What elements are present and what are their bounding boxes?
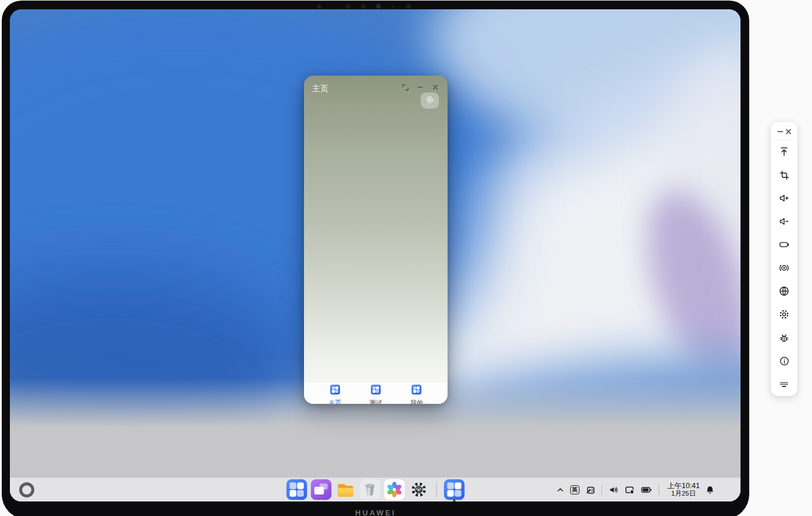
clock-time: 上午10:41: [667, 482, 700, 490]
screenshot-crop-button[interactable]: [771, 163, 797, 187]
app-grid-icon: [412, 385, 421, 397]
tray-clock[interactable]: 上午10:41 1月25日: [667, 482, 700, 497]
input-language-badge[interactable]: 英: [570, 485, 580, 494]
broadcast-button[interactable]: [771, 256, 797, 280]
dock-divider: [436, 483, 437, 497]
dock-app-grid[interactable]: [286, 479, 307, 500]
volume-plus-icon: [778, 192, 790, 204]
dock-gallery[interactable]: [384, 479, 405, 500]
app-grid-icon: [371, 385, 381, 397]
device-screen: 主页: [10, 9, 741, 501]
sensor-dot: [317, 4, 321, 9]
toolbar-minimize-button[interactable]: [776, 126, 784, 137]
fullscreen-button[interactable]: [398, 80, 413, 94]
keyboard-button[interactable]: [771, 372, 797, 396]
system-tray: 英: [556, 478, 715, 501]
browser-button[interactable]: [771, 280, 797, 303]
tray-divider: [602, 485, 602, 495]
globe-icon: [778, 285, 790, 297]
tray-expand-chevron-up-icon[interactable]: [556, 485, 565, 494]
arrow-up-to-line-icon: [778, 146, 790, 157]
dock-app-grid-running[interactable]: [443, 479, 464, 500]
control-toolbar: [771, 122, 797, 396]
broadcast-icon: [778, 262, 790, 274]
dock-trash-bin[interactable]: [359, 479, 380, 500]
taskbar: 英: [10, 478, 741, 501]
camera-dot: [376, 4, 381, 9]
tab-label: 我的: [410, 399, 423, 404]
volume-minus-icon: [778, 216, 790, 227]
volume-up-button[interactable]: [771, 187, 797, 210]
bug-icon: [778, 332, 790, 343]
sensor-dot: [346, 4, 350, 9]
sensor-dot: [361, 4, 366, 9]
device-frame: 主页: [2, 1, 749, 516]
tab-home[interactable]: 主页: [321, 385, 349, 404]
launcher-ring-icon[interactable]: [19, 482, 34, 497]
tab-mine[interactable]: 我的: [403, 385, 431, 404]
sensor-dot: [392, 5, 395, 8]
info-icon: [779, 356, 790, 367]
sensor-dot: [406, 4, 411, 9]
mirror-settings-button[interactable]: [421, 92, 439, 109]
input-method-pen-icon[interactable]: [585, 485, 595, 495]
phone-mirror-window: 主页: [304, 76, 448, 404]
toolbar-close-button[interactable]: [784, 126, 792, 137]
dock-multiwindow[interactable]: [310, 479, 331, 500]
dock-system-settings[interactable]: [408, 479, 429, 500]
battery-pill-icon: [778, 239, 790, 250]
window-controls: [398, 80, 443, 94]
app-root: { "device": { "brand": "HUAWEI", "camera…: [0, 0, 812, 516]
dock-files-folder[interactable]: [335, 479, 356, 500]
battery-icon[interactable]: [641, 485, 652, 495]
info-button[interactable]: [771, 349, 797, 372]
toolbar-window-controls: [771, 123, 797, 139]
brand-logo: HUAWEI: [2, 508, 749, 516]
mirrored-app-content[interactable]: [304, 102, 448, 382]
app-grid-icon: [330, 385, 340, 397]
debug-button[interactable]: [771, 326, 797, 349]
tab-label: 主页: [328, 399, 341, 404]
app-tab-bar: 主页 测试: [304, 382, 448, 404]
running-indicator-dot: [453, 500, 455, 502]
gear-icon: [425, 95, 435, 107]
settings-button[interactable]: [771, 303, 797, 326]
battery-button[interactable]: [771, 233, 797, 256]
volume-down-button[interactable]: [771, 210, 797, 233]
volume-speaker-icon[interactable]: [609, 485, 619, 495]
dock: [286, 478, 464, 501]
window-title: 主页: [312, 84, 328, 94]
multi-screen-cast-icon[interactable]: [624, 485, 635, 495]
crop-icon: [779, 170, 790, 181]
tray-divider: [659, 485, 659, 495]
gear-icon: [778, 309, 790, 320]
keyboard-icon: [778, 378, 790, 390]
notification-bell-icon[interactable]: [705, 485, 715, 495]
scroll-to-top-button[interactable]: [771, 140, 797, 163]
tab-test[interactable]: 测试: [362, 385, 389, 404]
tab-label: 测试: [369, 399, 382, 404]
clock-date: 1月25日: [667, 490, 700, 497]
